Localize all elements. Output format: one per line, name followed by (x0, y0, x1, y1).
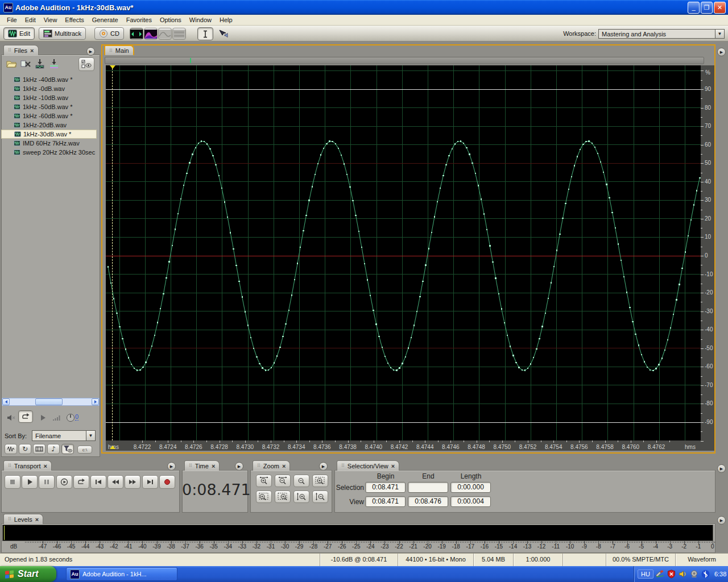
zoom-to-selection-button[interactable] (312, 475, 328, 487)
play-preview-button[interactable] (36, 411, 50, 424)
workspace-combobox[interactable]: Mastering and Analysis ▼ (598, 29, 725, 39)
show-loop-files-button[interactable]: ↻ (19, 444, 31, 454)
zoom-in-vertically-button[interactable] (293, 490, 309, 503)
tablet-pen-icon[interactable] (655, 569, 665, 579)
show-midi-files-button[interactable]: ♪ (47, 444, 60, 454)
close-icon[interactable]: × (35, 517, 39, 522)
spectral-phase-view-button[interactable] (172, 28, 186, 40)
list-item-file[interactable]: 1kHz -60dB.wav * (1, 111, 97, 120)
scrollbar-thumb[interactable] (35, 398, 63, 405)
zoom-out-horizontally-button[interactable] (275, 475, 291, 487)
list-item-file[interactable]: IMD 60Hz 7kHz.wav (1, 139, 97, 148)
list-item-file[interactable]: sweep 20Hz 20kHz 30sec (1, 148, 97, 157)
menu-generate[interactable]: Generate (88, 15, 122, 24)
menu-edit[interactable]: Edit (21, 15, 40, 24)
security-alert-icon[interactable] (667, 569, 676, 579)
go-to-beginning-button[interactable] (90, 475, 106, 489)
menu-effects[interactable]: Effects (61, 15, 88, 24)
time-ruler[interactable]: hmshms8.47228.47248.47268.47288.47308.47… (106, 440, 701, 451)
close-file-button[interactable] (19, 57, 32, 70)
bluetooth-icon[interactable] (701, 569, 710, 579)
cursor-handle-top[interactable] (110, 65, 115, 69)
overview-navigation-bar[interactable] (105, 57, 704, 64)
restore-button[interactable]: ❐ (701, 2, 713, 14)
tab-levels[interactable]: ⠿Levels × (3, 514, 43, 524)
scroll-left-icon[interactable] (2, 398, 10, 405)
fast-forward-button[interactable] (125, 475, 140, 489)
tab-transport[interactable]: ⠿Transport × (3, 460, 52, 471)
selection-length-field[interactable]: 0:00.000 (450, 482, 491, 493)
minimize-button[interactable]: _ (688, 2, 700, 14)
playback-cursor[interactable] (112, 65, 113, 440)
tab-time[interactable]: ⠿Time × (184, 460, 220, 471)
zoom-panel-menu-button[interactable] (319, 462, 328, 471)
tab-selection-view[interactable]: ⠿Selection/View × (337, 460, 399, 471)
audio-device-icon[interactable] (689, 569, 699, 579)
list-item-file[interactable]: 1kHz -50dB.wav * (1, 102, 97, 111)
scrub-tool-button[interactable] (216, 27, 231, 40)
scroll-right-icon[interactable] (92, 398, 99, 405)
go-to-end-button[interactable] (142, 475, 158, 489)
advanced-options-button[interactable] (78, 57, 94, 71)
record-button[interactable] (159, 475, 175, 489)
cd-mode-button[interactable]: CD (94, 27, 124, 40)
title-bar[interactable]: Au Adobe Audition - 1kHz-30dB.wav* _ ❐ ✕ (0, 0, 728, 15)
close-icon[interactable]: × (282, 463, 286, 469)
menu-file[interactable]: File (3, 15, 21, 24)
files-horizontal-scrollbar[interactable] (2, 398, 100, 406)
show-video-files-button[interactable] (33, 444, 46, 454)
view-end-field[interactable]: 0:08.476 (408, 496, 448, 507)
time-panel-menu-button[interactable] (235, 462, 243, 471)
levels-panel-menu-button[interactable] (717, 516, 726, 525)
show-full-paths-button[interactable]: c:\ (77, 446, 92, 454)
selection-end-field[interactable] (408, 482, 448, 493)
tab-zoom[interactable]: ⠿Zoom × (253, 460, 290, 471)
menu-options[interactable]: Options (156, 15, 185, 24)
open-file-button[interactable] (5, 57, 18, 70)
close-icon[interactable]: × (30, 48, 34, 53)
chevron-down-icon[interactable]: ▼ (715, 30, 724, 38)
preview-knob-value[interactable]: 0 (75, 413, 78, 421)
view-length-field[interactable]: 0:00.004 (450, 496, 491, 507)
close-icon[interactable]: × (212, 463, 215, 469)
time-display[interactable]: 0:08.471 (182, 481, 248, 498)
waveform-display[interactable] (106, 65, 701, 440)
stop-button[interactable] (5, 475, 20, 489)
menu-view[interactable]: View (40, 15, 61, 24)
files-panel-menu-button[interactable] (86, 47, 95, 56)
zoom-in-to-selection-left-button[interactable] (256, 490, 272, 503)
close-icon[interactable]: × (391, 463, 395, 469)
volume-icon[interactable] (678, 569, 688, 579)
import-file-button[interactable] (33, 57, 47, 70)
loop-preview-button[interactable] (18, 410, 33, 423)
zoom-in-horizontally-button[interactable] (256, 475, 272, 487)
main-panel-menu-button[interactable] (717, 48, 726, 56)
menu-window[interactable]: Window (185, 15, 216, 24)
tab-files[interactable]: ⠿ Files × (3, 45, 39, 55)
zoom-in-to-selection-right-button[interactable] (275, 490, 291, 503)
preview-volume-button[interactable] (50, 411, 64, 424)
spectral-frequency-view-button[interactable] (144, 28, 158, 40)
time-selection-tool-button[interactable] (197, 27, 213, 40)
close-icon[interactable]: × (44, 463, 47, 469)
chevron-down-icon[interactable]: ▼ (86, 431, 95, 440)
play-button[interactable] (22, 475, 38, 489)
mute-preview-button[interactable] (5, 411, 18, 424)
pause-button[interactable] (39, 475, 55, 489)
zoom-out-full-button[interactable] (293, 475, 309, 487)
insert-into-multitrack-button[interactable] (47, 57, 61, 70)
rewind-button[interactable] (107, 475, 123, 489)
multitrack-mode-button[interactable]: Multitrack (39, 27, 86, 40)
zoom-out-vertically-button[interactable] (312, 490, 328, 503)
close-button[interactable]: ✕ (714, 2, 726, 14)
play-from-cursor-button[interactable] (56, 475, 72, 489)
play-looped-button[interactable] (73, 475, 89, 489)
list-item-file[interactable]: 1kHz -0dB.wav (1, 84, 97, 93)
view-begin-field[interactable]: 0:08.471 (365, 496, 406, 507)
spectral-pan-view-button[interactable] (158, 28, 172, 40)
filter-options-button[interactable] (61, 444, 74, 454)
amplitude-ruler[interactable]: %9080706050403020100-10-20-30-40-50-60-7… (701, 65, 714, 451)
selection-begin-field[interactable]: 0:08.471 (365, 482, 406, 493)
taskbar-task-button[interactable]: Au Adobe Audition - 1kH... (66, 567, 177, 581)
sort-by-combobox[interactable]: Filename ▼ (32, 430, 96, 441)
